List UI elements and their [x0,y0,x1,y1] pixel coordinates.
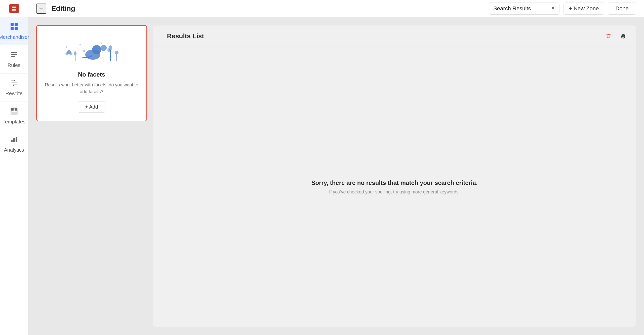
svg-point-24 [101,45,107,51]
zone-selector[interactable]: Search Results ▼ [489,3,559,15]
facets-description: Results work better with facets, do you … [45,82,138,95]
facets-title: No facets [78,71,105,78]
sidebar-item-label-rules: Rules [8,62,20,68]
drag-handle-icon: ≡ [160,33,164,39]
svg-rect-13 [16,137,17,142]
logo-icon [9,4,19,13]
results-empty-state: Sorry, there are no results that match y… [153,47,636,327]
add-facet-button[interactable]: + Add [78,101,105,113]
topbar: ← Editing Search Results ▼ + New Zone Do… [28,0,644,17]
sidebar-item-rewrite[interactable]: Rewrite [0,74,28,102]
sidebar-item-merchandiser[interactable]: Merchandiser [0,17,28,45]
results-empty-title: Sorry, there are no results that match y… [311,179,477,186]
svg-rect-6 [11,56,15,57]
svg-point-20 [66,46,67,48]
svg-point-27 [107,48,110,52]
chevron-down-icon: ▼ [551,6,555,11]
svg-point-33 [622,35,624,37]
main-content: ← Editing Search Results ▼ + New Zone Do… [28,0,644,335]
sidebar-item-label-analytics: Analytics [4,147,24,153]
sidebar-item-templates[interactable]: Templates [0,102,28,130]
svg-rect-4 [11,52,17,53]
svg-rect-5 [11,54,17,55]
facets-card: No facets Results work better with facet… [36,25,147,121]
svg-point-19 [74,51,76,55]
results-list-title: Results List [167,32,599,40]
topbar-right: Search Results ▼ + New Zone Done [489,3,636,15]
canvas: No facets Results work better with facet… [28,17,644,335]
svg-rect-12 [13,138,15,142]
results-header: ≡ Results List [153,25,636,47]
templates-icon [10,107,18,117]
svg-rect-2 [11,27,14,30]
svg-rect-3 [15,27,18,30]
svg-rect-10 [11,112,17,114]
sidebar-item-label-rewrite: Rewrite [6,91,23,96]
svg-rect-9 [15,108,17,111]
svg-rect-11 [11,140,13,142]
logo [0,0,28,17]
svg-point-29 [115,51,118,54]
rewrite-icon [10,79,18,89]
svg-rect-8 [11,108,14,111]
results-panel: ≡ Results List Sorry, there are no resul… [153,25,636,327]
done-button[interactable]: Done [608,3,636,15]
sidebar: Merchandiser Rules Rewrite [0,0,28,335]
rules-icon [10,51,18,60]
merchandiser-icon [10,22,18,32]
zone-selector-text: Search Results [493,5,548,12]
results-empty-subtitle: If you've checked your spelling, try usi… [329,189,460,195]
svg-point-17 [69,52,72,55]
page-title: Editing [51,5,484,13]
svg-point-31 [101,43,102,44]
svg-point-30 [83,50,85,52]
no-facets-illustration [61,36,122,66]
settings-results-button[interactable] [618,30,629,42]
sidebar-item-label-templates: Templates [3,119,25,125]
facets-panel: No facets Results work better with facet… [36,25,147,327]
new-zone-button[interactable]: + New Zone [564,3,604,15]
back-button[interactable]: ← [36,4,46,14]
analytics-icon [10,135,18,145]
svg-point-21 [79,44,81,45]
svg-rect-1 [15,23,18,26]
sidebar-item-analytics[interactable]: Analytics [0,130,28,158]
svg-rect-0 [11,23,14,26]
sidebar-item-label-merchandiser: Merchandiser [0,34,29,40]
svg-point-23 [85,50,100,60]
svg-point-16 [65,52,68,55]
sidebar-item-rules[interactable]: Rules [0,45,28,74]
delete-results-button[interactable] [603,30,614,42]
